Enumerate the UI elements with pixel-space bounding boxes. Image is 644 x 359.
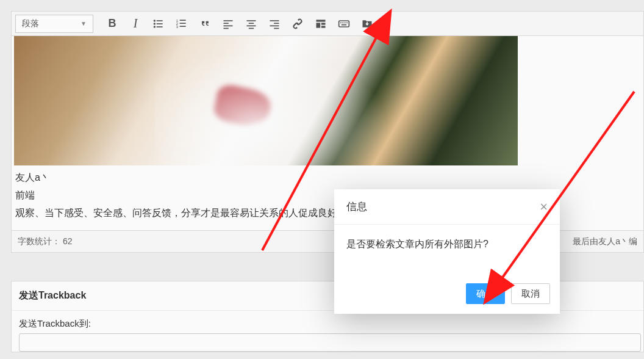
page-root: 段落 ▼ B I 123 bbox=[0, 0, 644, 359]
confirm-modal: 信息 × 是否要检索文章内所有外部图片? 确定 取消 bbox=[334, 189, 560, 314]
cancel-button[interactable]: 取消 bbox=[511, 283, 550, 304]
modal-message: 是否要检索文章内所有外部图片? bbox=[334, 225, 560, 251]
confirm-button[interactable]: 确定 bbox=[466, 283, 505, 304]
close-icon[interactable]: × bbox=[540, 200, 548, 214]
modal-footer: 确定 取消 bbox=[466, 283, 550, 304]
modal-title: 信息 bbox=[346, 200, 367, 214]
modal-header: 信息 × bbox=[334, 189, 560, 225]
